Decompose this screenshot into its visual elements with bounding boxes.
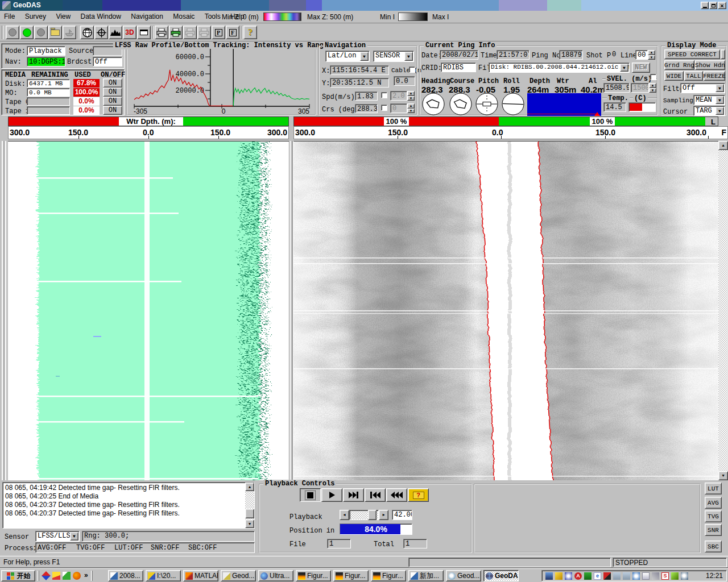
taskbar-button-figure2[interactable]: Figur... <box>333 570 369 581</box>
taskbar-button-geodas-active[interactable]: GeoDAS <box>483 570 519 581</box>
svel-checkbox[interactable] <box>650 74 656 80</box>
waterfall-scrollbar[interactable]: ▲ ▼ <box>718 141 728 480</box>
chevron-down-icon[interactable]: ▼ <box>715 84 724 92</box>
sbc-button[interactable]: SBC <box>705 541 722 552</box>
chevron-down-icon[interactable]: ▼ <box>404 52 413 61</box>
tray-icon-pen[interactable] <box>652 572 659 580</box>
disk-onoff-button[interactable]: ON <box>103 78 122 88</box>
tray-icon-notes[interactable] <box>642 572 650 580</box>
speed-override-checkbox[interactable] <box>381 92 387 98</box>
total-files-field[interactable]: 1 <box>403 539 427 548</box>
cable-value-field[interactable]: 0.0 <box>394 76 415 86</box>
stop-playback-button[interactable] <box>300 488 321 502</box>
tray-icon-monitor-1[interactable] <box>613 572 621 580</box>
minimize-button[interactable] <box>701 2 709 9</box>
chevron-down-icon[interactable]: ▼ <box>715 107 724 115</box>
wide-button[interactable]: WIDE <box>664 71 684 81</box>
fix-window-button[interactable]: F <box>226 26 239 39</box>
print-button[interactable] <box>155 26 168 39</box>
taskbar-button-explorer[interactable]: I:\20... <box>146 570 181 581</box>
record-button[interactable] <box>6 26 19 39</box>
filter-dropdown[interactable]: Off▼ <box>680 83 725 93</box>
close-button[interactable]: × <box>718 2 726 9</box>
rewind-button[interactable] <box>386 488 407 502</box>
taskbar-button-2008[interactable]: 2008... <box>108 570 143 581</box>
print-color-button[interactable] <box>169 26 183 39</box>
log-scroll-thumb[interactable] <box>245 509 254 518</box>
help-button[interactable]: ? <box>243 26 257 39</box>
tape0-onoff-button[interactable]: ON <box>103 97 122 106</box>
center-splitter[interactable] <box>289 141 293 480</box>
speed-set-field[interactable]: 2.0 <box>390 91 407 101</box>
tray-icon-volume[interactable] <box>555 572 562 580</box>
play-button[interactable] <box>20 26 34 39</box>
tray-icon-input[interactable] <box>671 572 679 580</box>
show-hdn-button[interactable]: Show Hdn <box>695 60 725 70</box>
cable-checkbox[interactable] <box>409 66 415 73</box>
chevron-down-icon[interactable]: ▼ <box>715 96 724 104</box>
chevron-down-icon[interactable]: ▼ <box>360 52 369 61</box>
log-scroll-up-button[interactable]: ▲ <box>245 483 254 491</box>
speed-spinner[interactable]: ▲▼ <box>407 91 415 101</box>
file-number-field[interactable]: 1 <box>327 539 351 548</box>
file-dropdown[interactable]: Disk: RDIBS.00.2008.044.214612.oic.tmp▼ <box>489 63 630 73</box>
globe-button[interactable] <box>80 26 94 39</box>
open-file-button[interactable] <box>48 26 62 39</box>
app-icon[interactable] <box>2 1 11 10</box>
tray-icon-power[interactable] <box>603 572 611 580</box>
speed-slider-left-button[interactable]: ◄ <box>340 510 349 520</box>
taskbar-clock[interactable]: 12:21 <box>706 572 723 580</box>
svel-set-field[interactable]: 1500. <box>631 83 649 93</box>
print-setup-button[interactable] <box>197 26 211 39</box>
speed-slider-thumb[interactable] <box>368 510 377 520</box>
course-spinner[interactable]: ▲▼ <box>407 103 415 113</box>
tray-icon-ati[interactable]: A <box>574 572 582 580</box>
taskbar-button-figure1[interactable]: Figur... <box>296 570 331 581</box>
fast-forward-button[interactable] <box>343 488 364 502</box>
message-log[interactable]: 08 065, 04:19:42 Detected time gap- Rese… <box>2 482 255 529</box>
tray-icon-network[interactable] <box>565 572 572 580</box>
coord-mode-dropdown[interactable]: Lat/Lon▼ <box>325 51 370 62</box>
quicklaunch-icon-2[interactable] <box>52 572 60 580</box>
sampling-dropdown[interactable]: MEAN▼ <box>693 95 725 105</box>
course-set-field[interactable]: 0 <box>390 103 407 113</box>
scroll-down-button[interactable]: ▼ <box>718 471 728 480</box>
course-override-checkbox[interactable] <box>381 105 387 111</box>
tray-icon-sygate[interactable]: S <box>661 572 669 580</box>
mode-value-field[interactable]: Playback <box>27 46 65 56</box>
print-preview-button[interactable] <box>183 26 197 39</box>
start-button[interactable]: 开始 <box>1 570 35 581</box>
tray-icon-display[interactable] <box>545 572 553 580</box>
taskbar-button-figure3[interactable]: Figur... <box>371 570 406 581</box>
speed-slider-right-button[interactable]: ► <box>379 510 388 520</box>
crid-field[interactable]: RDIBS <box>441 63 476 72</box>
taskbar-button-ultraedit[interactable]: Ultra... <box>258 570 293 581</box>
grnd-rng-button[interactable]: Grnd Rng <box>664 60 694 70</box>
lf-waterfall-panel[interactable] <box>8 141 289 480</box>
new-file-button[interactable]: NEW <box>632 63 650 73</box>
target-button[interactable] <box>94 26 108 39</box>
speed-correct-mini-button[interactable] <box>721 49 725 59</box>
restore-button[interactable] <box>709 2 717 9</box>
brdcst-value-field[interactable]: Off <box>93 57 122 66</box>
line-field[interactable]: 00 <box>635 50 648 60</box>
log-scrollbar[interactable]: ▲ ▼ <box>245 483 254 528</box>
log-scroll-down-button[interactable]: ▼ <box>245 519 254 528</box>
tray-icon-ie[interactable]: e <box>594 572 601 580</box>
menu-view[interactable]: View <box>52 11 75 22</box>
tape1-onoff-button[interactable]: ON <box>103 106 122 115</box>
tvg-button[interactable]: TVG <box>705 510 722 522</box>
stop-button[interactable] <box>34 26 48 39</box>
cursor-dropdown[interactable]: TARG▼ <box>693 106 725 116</box>
freeze-button[interactable]: FREEZE <box>704 71 725 81</box>
tray-icon-scheduler[interactable] <box>632 572 640 580</box>
quicklaunch-icon-3[interactable] <box>63 572 71 580</box>
nav-value-field[interactable]: 10:DGPS:1: <box>27 57 65 66</box>
left-splitter[interactable] <box>0 141 8 480</box>
tall-button[interactable]: TALL <box>684 71 703 81</box>
chevron-down-icon[interactable]: ▼ <box>70 532 78 541</box>
menu-survey[interactable]: Survey <box>21 11 50 22</box>
snr-button[interactable]: SNR <box>705 524 722 536</box>
quicklaunch-icon-1[interactable] <box>42 571 51 580</box>
view-3d-button[interactable]: 3D <box>123 26 136 39</box>
